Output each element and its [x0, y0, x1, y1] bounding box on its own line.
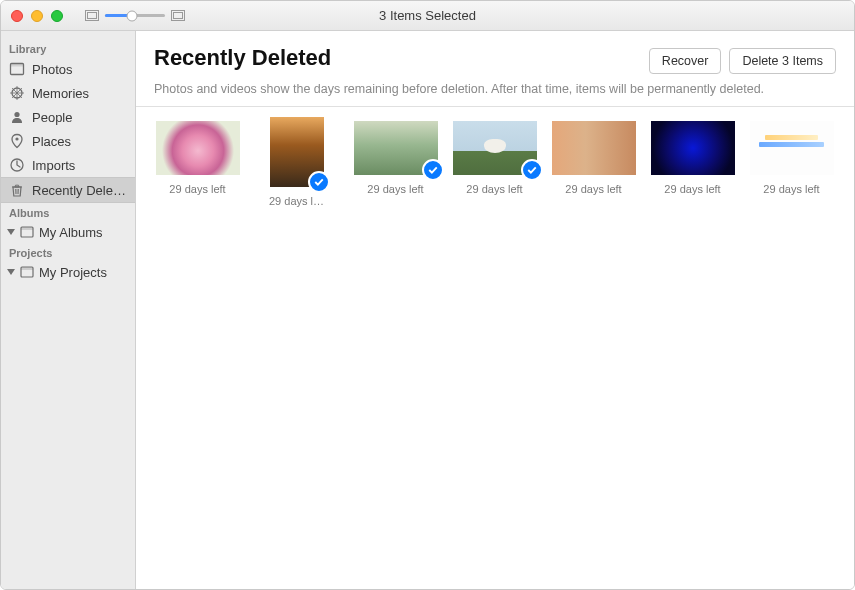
window-title: 3 Items Selected — [1, 8, 854, 23]
sidebar-item-label: Places — [32, 134, 71, 149]
sidebar-item-label: My Projects — [39, 265, 107, 280]
delete-button[interactable]: Delete 3 Items — [729, 48, 836, 74]
sidebar-section-library: Library — [1, 39, 135, 57]
days-remaining-label: 29 days left — [664, 183, 720, 195]
sidebar-section-projects: Projects — [1, 243, 135, 261]
photos-icon — [9, 61, 25, 77]
svg-rect-9 — [21, 267, 33, 270]
days-remaining-label: 29 days left — [169, 183, 225, 195]
selected-check-icon — [308, 171, 330, 193]
disclosure-triangle-icon — [7, 229, 15, 235]
days-remaining-label: 29 days left — [466, 183, 522, 195]
thumbnail-image — [750, 121, 834, 175]
photo-thumbnail[interactable]: 29 days left — [446, 117, 543, 207]
disclosure-triangle-icon — [7, 269, 15, 275]
photo-thumbnail[interactable]: 29 days left — [644, 117, 741, 207]
svg-rect-7 — [21, 227, 33, 230]
sidebar-item-my-albums[interactable]: My Albums — [1, 221, 135, 243]
days-remaining-label: 29 days left — [763, 183, 819, 195]
sidebar: Library Photos Memories People Places Im… — [1, 31, 136, 589]
photo-grid: 29 days left29 days l…29 days left29 day… — [136, 107, 854, 229]
sidebar-item-label: My Albums — [39, 225, 103, 240]
imports-icon — [9, 157, 25, 173]
thumbnail-image — [552, 121, 636, 175]
selected-check-icon — [422, 159, 444, 181]
sidebar-item-memories[interactable]: Memories — [1, 81, 135, 105]
sidebar-item-my-projects[interactable]: My Projects — [1, 261, 135, 283]
days-remaining-label: 29 days l… — [269, 195, 324, 207]
sidebar-section-albums: Albums — [1, 203, 135, 221]
sidebar-item-people[interactable]: People — [1, 105, 135, 129]
places-icon — [9, 133, 25, 149]
photo-thumbnail[interactable]: 29 days left — [149, 117, 246, 207]
thumbnail-image — [651, 121, 735, 175]
memories-icon — [9, 85, 25, 101]
album-icon — [19, 224, 35, 240]
selected-check-icon — [521, 159, 543, 181]
trash-icon — [9, 182, 25, 198]
photo-thumbnail[interactable]: 29 days left — [743, 117, 840, 207]
sidebar-item-photos[interactable]: Photos — [1, 57, 135, 81]
svg-point-4 — [15, 137, 18, 140]
sidebar-item-label: Imports — [32, 158, 75, 173]
photo-thumbnail[interactable]: 29 days left — [545, 117, 642, 207]
page-title: Recently Deleted — [154, 45, 331, 71]
recover-button[interactable]: Recover — [649, 48, 722, 74]
sidebar-item-places[interactable]: Places — [1, 129, 135, 153]
photo-thumbnail[interactable]: 29 days left — [347, 117, 444, 207]
sidebar-item-label: People — [32, 110, 72, 125]
days-remaining-label: 29 days left — [565, 183, 621, 195]
days-remaining-label: 29 days left — [367, 183, 423, 195]
page-subtitle: Photos and videos show the days remainin… — [136, 82, 854, 107]
thumbnail-image — [156, 121, 240, 175]
sidebar-item-label: Photos — [32, 62, 72, 77]
svg-point-3 — [14, 112, 19, 117]
people-icon — [9, 109, 25, 125]
sidebar-item-label: Memories — [32, 86, 89, 101]
photo-thumbnail[interactable]: 29 days l… — [248, 117, 345, 207]
sidebar-item-imports[interactable]: Imports — [1, 153, 135, 177]
sidebar-item-label: Recently Dele… — [32, 183, 126, 198]
svg-rect-1 — [11, 64, 24, 67]
sidebar-item-recently-deleted[interactable]: Recently Dele… — [1, 177, 135, 203]
album-icon — [19, 264, 35, 280]
